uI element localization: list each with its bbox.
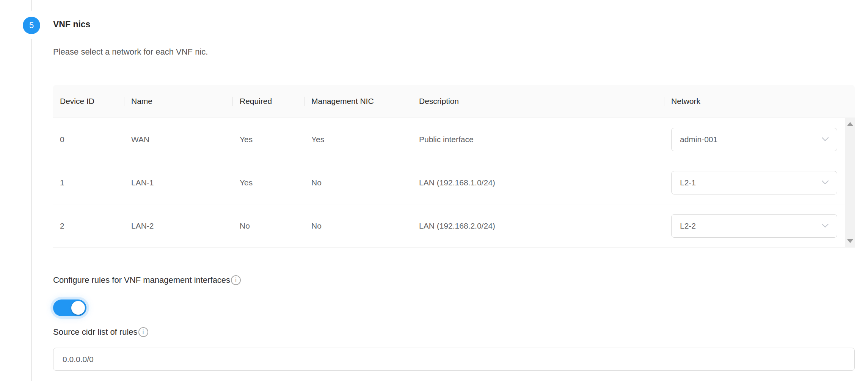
cell-description: LAN (192.168.1.0/24) [412,178,664,187]
cell-network: L2-1 [664,171,855,194]
network-select[interactable]: admin-001 [671,128,837,151]
section-subtitle: Please select a network for each VNF nic… [53,47,208,57]
step-rail-bottom [31,39,32,381]
source-cidr-input[interactable] [53,348,855,371]
section-title: VNF nics [53,19,90,30]
column-header-name: Name [124,97,233,106]
table-header: Device ID Name Required Management NIC D… [53,85,855,118]
cell-name: LAN-2 [124,221,233,230]
cell-network: admin-001 [664,128,855,151]
scroll-down-icon[interactable] [847,239,853,243]
network-select-value: L2-1 [680,178,696,187]
cell-description: Public interface [412,135,664,144]
toggle-knob [71,301,85,315]
cell-name: WAN [124,135,233,144]
network-select[interactable]: L2-1 [671,171,837,194]
column-header-device-id: Device ID [53,97,124,106]
table-row: 2 LAN-2 No No LAN (192.168.2.0/24) L2-2 [53,204,855,248]
network-select-value: L2-2 [680,221,696,230]
cell-required: Yes [233,135,305,144]
cell-management-nic: No [305,221,412,230]
cell-management-nic: No [305,178,412,187]
scroll-up-icon[interactable] [847,122,853,126]
cell-name: LAN-1 [124,178,233,187]
source-cidr-label-text: Source cidr list of rules [53,327,138,337]
column-header-network: Network [664,97,855,106]
table-body: 0 WAN Yes Yes Public interface admin-001… [53,118,855,248]
table-scrollbar[interactable] [845,118,855,247]
chevron-down-icon [822,180,829,185]
cell-device-id: 2 [53,221,124,230]
cell-management-nic: Yes [305,135,412,144]
vnf-nics-table: Device ID Name Required Management NIC D… [53,85,855,248]
info-icon[interactable]: i [138,327,148,337]
chevron-down-icon [822,224,829,228]
step-number: 5 [29,20,34,30]
table-row: 0 WAN Yes Yes Public interface admin-001 [53,118,855,161]
cell-device-id: 1 [53,178,124,187]
cell-network: L2-2 [664,214,855,238]
configure-rules-label-text: Configure rules for VNF management inter… [53,275,230,285]
cell-device-id: 0 [53,135,124,144]
table-row: 1 LAN-1 Yes No LAN (192.168.1.0/24) L2-1 [53,161,855,204]
cell-required: Yes [233,178,305,187]
column-header-management-nic: Management NIC [305,97,412,106]
management-rules-toggle[interactable] [53,299,86,316]
cell-description: LAN (192.168.2.0/24) [412,221,664,230]
vnf-wizard-page: 5 VNF nics Please select a network for e… [0,0,868,381]
step-rail-top [31,0,32,11]
step-indicator: 5 [23,17,40,34]
network-select-value: admin-001 [680,135,717,144]
column-header-required: Required [233,97,305,106]
source-cidr-label: Source cidr list of rulesi [53,327,148,337]
cell-required: No [233,221,305,230]
column-header-description: Description [412,97,664,106]
info-icon[interactable]: i [231,275,241,285]
configure-rules-label: Configure rules for VNF management inter… [53,275,241,285]
network-select[interactable]: L2-2 [671,214,837,238]
chevron-down-icon [822,137,829,141]
